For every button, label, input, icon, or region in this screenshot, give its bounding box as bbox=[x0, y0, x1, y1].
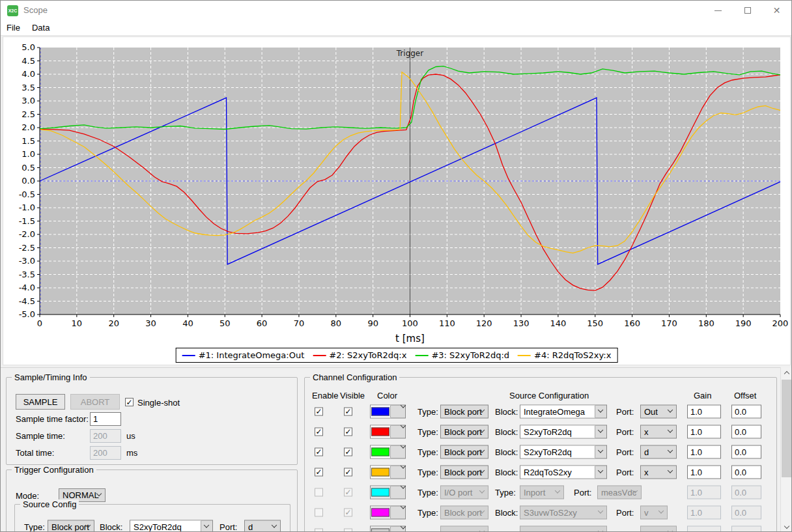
port-select[interactable]: d bbox=[640, 445, 677, 458]
enable-checkbox[interactable] bbox=[315, 528, 323, 532]
type-select[interactable]: Block port bbox=[440, 425, 488, 438]
type-select: Block port bbox=[440, 505, 488, 519]
block-select[interactable]: S2xyToR2dq bbox=[130, 520, 213, 532]
abort-button[interactable]: ABORT bbox=[70, 394, 120, 410]
block-select[interactable]: R2dqToS2xy bbox=[520, 465, 607, 479]
color-swatch bbox=[371, 407, 389, 415]
chevron-down-icon bbox=[401, 503, 406, 509]
chevron-down-icon bbox=[668, 468, 673, 473]
gain-input[interactable]: 1.0 bbox=[687, 404, 721, 418]
vertical-scrollbar[interactable] bbox=[780, 367, 791, 532]
sample-time-factor-input[interactable]: 1 bbox=[90, 412, 121, 426]
unit-label: ms bbox=[126, 448, 137, 458]
visible-checkbox[interactable]: ✓ bbox=[344, 488, 352, 496]
field-label: Sample time factor: bbox=[16, 414, 89, 424]
minimize-icon bbox=[714, 10, 722, 11]
visible-checkbox[interactable]: ✓ bbox=[344, 468, 352, 476]
color-select[interactable] bbox=[370, 505, 406, 519]
chevron-down-icon bbox=[272, 522, 277, 527]
legend-line-icon bbox=[313, 355, 326, 356]
type-select[interactable]: Block port bbox=[440, 465, 488, 479]
color-select[interactable] bbox=[370, 485, 406, 499]
chevron-down-icon bbox=[668, 427, 673, 432]
col-header-source: Source Configuration bbox=[509, 391, 589, 400]
enable-checkbox[interactable]: ✓ bbox=[315, 427, 323, 436]
scrollbar-thumb[interactable] bbox=[782, 380, 791, 477]
visible-checkbox[interactable]: ✓ bbox=[344, 407, 352, 415]
gain-input[interactable]: 1.0 bbox=[687, 465, 721, 479]
svg-text:20: 20 bbox=[108, 318, 119, 328]
svg-text:-1.0: -1.0 bbox=[19, 203, 35, 212]
type-select[interactable]: Block port bbox=[48, 520, 94, 532]
svg-text:-3.5: -3.5 bbox=[19, 270, 35, 279]
offset-input[interactable]: 0.0 bbox=[731, 425, 761, 438]
field-label: Type: bbox=[417, 406, 438, 416]
port-select[interactable]: x bbox=[640, 425, 677, 438]
color-select[interactable] bbox=[370, 404, 406, 418]
color-select[interactable] bbox=[370, 425, 406, 438]
svg-text:10: 10 bbox=[72, 318, 83, 328]
sample-button[interactable]: SAMPLE bbox=[16, 394, 65, 410]
gain-input[interactable]: 1.0 bbox=[687, 445, 721, 458]
enable-checkbox[interactable]: ✓ bbox=[315, 468, 323, 476]
block-select[interactable]: IntegrateOmega bbox=[520, 404, 607, 418]
svg-text:110: 110 bbox=[439, 318, 455, 328]
menu-data[interactable]: Data bbox=[26, 20, 55, 35]
color-select[interactable] bbox=[370, 445, 406, 458]
port-select[interactable]: d bbox=[244, 520, 281, 532]
svg-text:-2.5: -2.5 bbox=[19, 243, 35, 253]
field-label: Block: bbox=[495, 406, 518, 416]
scroll-up-button[interactable] bbox=[781, 367, 792, 378]
offset-input[interactable]: 0.0 bbox=[731, 465, 761, 479]
minimize-button[interactable] bbox=[703, 1, 733, 20]
group-title: Trigger Configuration bbox=[12, 465, 96, 475]
enable-checkbox[interactable] bbox=[315, 508, 323, 516]
scroll-down-button[interactable] bbox=[781, 522, 792, 532]
visible-checkbox[interactable]: ✓ bbox=[344, 447, 352, 456]
color-swatch bbox=[371, 488, 389, 496]
group-title: Sample/Timing Info bbox=[12, 372, 90, 382]
type-select[interactable]: Block port bbox=[440, 404, 488, 418]
svg-text:100: 100 bbox=[402, 318, 418, 328]
block-select[interactable]: S2xyToR2dq bbox=[520, 425, 607, 438]
chevron-down-icon bbox=[401, 524, 406, 529]
oscilloscope-chart: Trigger010203040506070809010011012013014… bbox=[3, 37, 790, 346]
svg-text:190: 190 bbox=[735, 318, 752, 328]
color-select[interactable] bbox=[370, 465, 406, 479]
svg-text:160: 160 bbox=[624, 318, 640, 328]
offset-input[interactable]: 0.0 bbox=[731, 445, 761, 458]
svg-text:80: 80 bbox=[331, 318, 342, 328]
plot-panel: Trigger010203040506070809010011012013014… bbox=[3, 36, 791, 365]
gain-input[interactable]: 1.0 bbox=[687, 425, 721, 438]
visible-checkbox[interactable]: ✓ bbox=[344, 427, 352, 436]
maximize-button[interactable] bbox=[733, 1, 762, 20]
channel-row: ✓ ✓ Type: Block portBlock: IntegrateOmeg… bbox=[305, 401, 774, 421]
port-select[interactable]: x bbox=[640, 465, 677, 479]
enable-checkbox[interactable] bbox=[315, 488, 323, 496]
combo-select bbox=[640, 525, 677, 532]
field-label: Type: bbox=[417, 487, 438, 497]
gain-input: 1.0 bbox=[687, 485, 721, 499]
menu-file[interactable]: File bbox=[1, 20, 26, 35]
offset-input[interactable]: 0.0 bbox=[731, 404, 761, 418]
visible-checkbox[interactable]: ✓ bbox=[344, 508, 352, 516]
visible-checkbox[interactable] bbox=[344, 528, 352, 532]
svg-text:120: 120 bbox=[476, 318, 492, 328]
enable-checkbox[interactable]: ✓ bbox=[315, 447, 323, 456]
type-select: Inport bbox=[520, 485, 564, 499]
unit-label: us bbox=[126, 431, 135, 441]
enable-checkbox[interactable]: ✓ bbox=[315, 407, 323, 415]
single-shot-checkbox[interactable]: ✓ bbox=[125, 398, 134, 406]
type-select[interactable]: Block port bbox=[440, 445, 488, 458]
port-select[interactable]: Out bbox=[640, 404, 677, 418]
block-select[interactable]: S2xyToR2dq bbox=[520, 445, 607, 458]
menu-bar: FileData bbox=[1, 20, 791, 36]
gain-input: 1.0 bbox=[687, 505, 721, 519]
group-title: Channel Configuration bbox=[310, 372, 399, 382]
legend-line-icon bbox=[415, 355, 428, 356]
scope-window: X2C Scope ✕ FileData Trigger010203040506… bbox=[0, 0, 792, 532]
color-select[interactable] bbox=[370, 525, 406, 532]
close-button[interactable]: ✕ bbox=[762, 1, 791, 20]
color-swatch bbox=[371, 468, 389, 476]
field-label: Port: bbox=[616, 507, 634, 517]
